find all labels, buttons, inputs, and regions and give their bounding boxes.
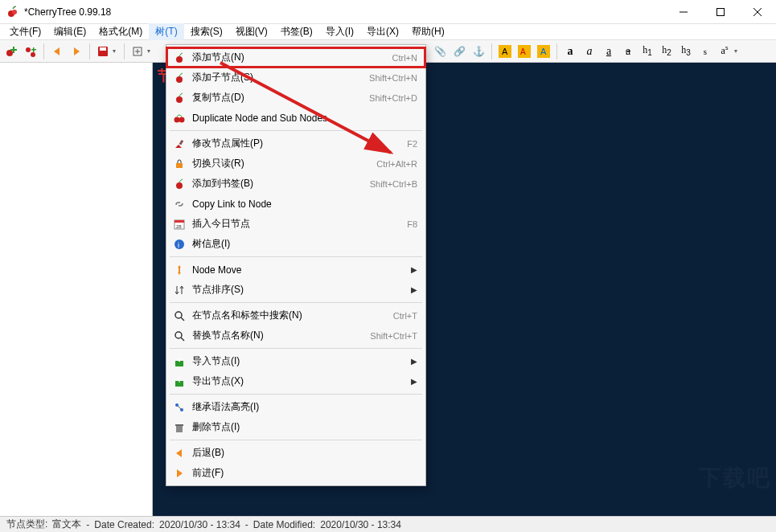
menu-item-label: 修改节点属性(P) — [192, 137, 407, 150]
cherry-icon — [171, 178, 187, 190]
titlebar: *CherryTree 0.99.18 — [0, 0, 776, 24]
menu-item-label: 复制节点(D) — [192, 91, 369, 104]
minimize-button[interactable] — [665, 0, 702, 24]
underline-icon[interactable]: a — [601, 43, 617, 59]
menu-视图V[interactable]: 视图(V) — [229, 23, 274, 40]
menu-item-1[interactable]: 添加子节点(S)Shift+Ctrl+N — [166, 68, 425, 88]
menu-item-10[interactable]: i树信息(I) — [166, 234, 425, 254]
menu-item-12[interactable]: Node Move▶ — [166, 260, 425, 280]
format-dropdown-icon[interactable]: ▾ — [734, 47, 741, 55]
export-dropdown-icon[interactable]: ▾ — [147, 47, 154, 55]
submenu-arrow-icon: ▶ — [411, 377, 417, 386]
svg-point-37 — [175, 332, 182, 338]
bold-icon[interactable]: a — [562, 43, 578, 59]
menu-item-9[interactable]: 28插入今日节点F8 — [166, 214, 425, 234]
menu-文件F[interactable]: 文件(F) — [3, 23, 47, 40]
link-icon[interactable]: 🔗 — [451, 43, 467, 59]
menu-item-6[interactable]: 切换只读(R)Ctrl+Alt+R — [166, 153, 425, 174]
menu-item-label: Copy Link to Node — [192, 198, 417, 210]
menu-item-13[interactable]: 节点排序(S)▶ — [166, 280, 425, 300]
menu-item-22[interactable]: 删除节点(I) — [166, 417, 425, 437]
strike-icon[interactable]: a — [620, 43, 636, 59]
menu-编辑E[interactable]: 编辑(E) — [47, 23, 92, 40]
menu-item-21[interactable]: 继承语法高亮(I) — [166, 397, 425, 417]
svg-rect-27 — [179, 139, 184, 145]
menu-item-2[interactable]: 复制节点(D)Shift+Ctrl+D — [166, 88, 425, 108]
watermark: 下载吧 — [699, 463, 771, 493]
menu-格式化M[interactable]: 格式化(M) — [92, 23, 149, 40]
menu-书签B[interactable]: 书签(B) — [274, 23, 319, 40]
menu-树T[interactable]: 树(T) — [149, 23, 183, 40]
color-a-icon[interactable]: A — [497, 43, 513, 59]
menu-item-18[interactable]: 导入节点(I)▶ — [166, 351, 425, 371]
menu-item-24[interactable]: 后退(B) — [166, 443, 425, 463]
menu-item-label: Duplicate Node and Sub Nodes — [192, 113, 417, 124]
statusbar: 节点类型: 富文本 - Date Created: 2020/10/30 - 1… — [0, 516, 776, 532]
menu-separator — [170, 130, 422, 131]
color-c-icon[interactable]: A — [536, 43, 552, 59]
menu-item-label: 节点排序(S) — [192, 283, 411, 297]
save-icon[interactable] — [95, 43, 111, 59]
menu-item-label: 前进(F) — [192, 466, 417, 480]
close-button[interactable] — [739, 0, 776, 24]
cherry-icon — [171, 72, 187, 84]
menu-item-label: 添加节点(N) — [192, 51, 392, 64]
back-icon[interactable] — [49, 43, 65, 59]
italic-icon[interactable]: a — [581, 43, 597, 59]
menu-搜索S[interactable]: 搜索(S) — [184, 23, 229, 40]
menu-item-0[interactable]: 添加节点(N)Ctrl+N — [166, 47, 425, 68]
export-icon[interactable] — [129, 43, 146, 59]
svg-line-36 — [181, 317, 184, 321]
color-b-icon[interactable]: A — [516, 43, 532, 59]
menu-item-15[interactable]: 在节点名和标签中搜索(N)Ctrl+T — [166, 305, 425, 325]
super-icon[interactable]: as — [716, 43, 733, 59]
maximize-button[interactable] — [702, 0, 739, 24]
menu-item-3[interactable]: Duplicate Node and Sub Nodes — [166, 108, 425, 128]
attach-icon[interactable]: 📎 — [432, 43, 448, 59]
save-dropdown-icon[interactable]: ▾ — [113, 47, 119, 55]
cherries-icon — [171, 112, 187, 125]
forward-icon[interactable] — [68, 43, 84, 59]
menu-item-label: 后退(B) — [192, 446, 417, 460]
menubar: 文件(F)编辑(E)格式化(M)树(T)搜索(S)视图(V)书签(B)导入(I)… — [0, 24, 776, 40]
status-sep: - — [86, 519, 89, 530]
menu-导出X[interactable]: 导出(X) — [360, 23, 405, 40]
menu-item-7[interactable]: 添加到书签(B)Shift+Ctrl+B — [166, 174, 425, 194]
cherry-icon — [171, 92, 187, 104]
menu-item-label: 在节点名和标签中搜索(N) — [192, 309, 393, 322]
h3-icon[interactable]: h3 — [678, 43, 694, 59]
menu-item-label: 导出节点(X) — [192, 374, 411, 388]
tree-menu-dropdown: 添加节点(N)Ctrl+N添加子节点(S)Shift+Ctrl+N复制节点(D)… — [166, 44, 426, 486]
small-icon[interactable]: s — [697, 43, 713, 59]
brush-icon — [171, 137, 187, 150]
svg-point-23 — [176, 76, 183, 83]
menu-item-label: 删除节点(I) — [192, 420, 417, 434]
menu-item-25[interactable]: 前进(F) — [166, 463, 425, 483]
menu-item-5[interactable]: 修改节点属性(P)F2 — [166, 133, 425, 153]
status-type-label: 节点类型: — [6, 518, 47, 531]
svg-point-10 — [31, 52, 35, 57]
submenu-arrow-icon: ▶ — [411, 265, 417, 274]
svg-rect-31 — [174, 220, 184, 223]
tree-sidebar[interactable] — [0, 63, 153, 516]
status-created-value: 2020/10/30 - 13:34 — [159, 519, 240, 530]
submenu-arrow-icon: ▶ — [411, 285, 417, 294]
menu-导入I[interactable]: 导入(I) — [319, 23, 360, 40]
h2-icon[interactable]: h2 — [659, 43, 675, 59]
svg-point-26 — [179, 117, 185, 122]
status-sep: - — [245, 519, 248, 530]
svg-point-33 — [174, 239, 184, 249]
menu-帮助H[interactable]: 帮助(H) — [405, 23, 451, 40]
sort-icon — [171, 284, 187, 297]
menu-item-16[interactable]: 替换节点名称(N)Shift+Ctrl+T — [166, 325, 425, 346]
menu-item-8[interactable]: Copy Link to Node — [166, 194, 425, 214]
back-icon — [171, 447, 187, 460]
menu-item-label: 替换节点名称(N) — [192, 329, 370, 342]
add-subnode-icon[interactable] — [23, 43, 39, 59]
h1-icon[interactable]: h1 — [639, 43, 655, 59]
svg-text:A: A — [502, 47, 508, 56]
add-node-icon[interactable] — [3, 43, 19, 59]
menu-item-19[interactable]: 导出节点(X)▶ — [166, 371, 425, 391]
status-modified-label: Date Modified: — [253, 519, 315, 530]
anchor-icon[interactable]: ⚓ — [470, 43, 487, 59]
